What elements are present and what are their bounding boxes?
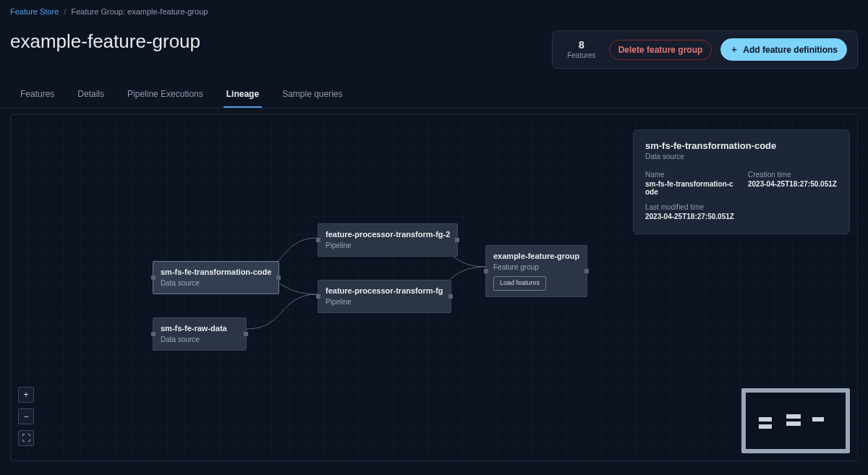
fit-button[interactable]: ⛶ <box>18 430 34 446</box>
add-feature-definitions-button[interactable]: ＋ Add feature definitions <box>720 38 847 61</box>
detail-name-value: sm-fs-fe-transformation-code <box>645 180 735 196</box>
detail-name-label: Name <box>645 171 735 179</box>
page-title: example-feature-group <box>10 30 200 53</box>
node-transformation-code[interactable]: sm-fs-fe-transformation-code Data source <box>153 261 279 294</box>
node-type: Data source <box>161 335 239 345</box>
zoom-out-button[interactable]: − <box>18 408 34 424</box>
breadcrumb-sep: / <box>64 7 66 16</box>
node-pipeline-fg[interactable]: feature-processor-transform-fg Pipeline <box>318 280 451 313</box>
tab-details[interactable]: Details <box>75 89 107 108</box>
node-pipeline-fg2[interactable]: feature-processor-transform-fg-2 Pipelin… <box>318 223 458 257</box>
delete-feature-group-label: Delete feature group <box>618 45 703 55</box>
node-type: Data source <box>161 279 271 288</box>
minimap-inner <box>746 393 846 449</box>
breadcrumb-current: Feature Group: example-feature-group <box>71 7 208 16</box>
add-feature-definitions-label: Add feature definitions <box>743 45 838 55</box>
detail-modified-value: 2023-04-25T18:27:50.051Z <box>645 213 735 221</box>
feature-count-label: Features <box>567 51 595 60</box>
minimap[interactable] <box>741 388 850 453</box>
tabs: Features Details Pipeline Executions Lin… <box>0 69 868 108</box>
delete-feature-group-button[interactable]: Delete feature group <box>609 40 712 60</box>
node-title: sm-fs-fe-raw-data <box>161 324 239 334</box>
detail-subtitle: Data source <box>645 153 838 161</box>
node-title: sm-fs-fe-transformation-code <box>161 268 271 278</box>
plus-icon: ＋ <box>730 43 739 56</box>
feature-count: 8 Features <box>563 39 600 60</box>
node-title: example-feature-group <box>493 252 579 262</box>
lineage-canvas[interactable]: sm-fs-fe-transformation-code Data source… <box>10 114 858 461</box>
detail-title: sm-fs-fe-transformation-code <box>645 140 838 151</box>
detail-creation-value: 2023-04-25T18:27:50.051Z <box>748 180 838 188</box>
node-title: feature-processor-transform-fg-2 <box>326 230 450 240</box>
breadcrumb: Feature Store / Feature Group: example-f… <box>0 0 868 16</box>
load-features-button[interactable]: Load features <box>493 276 546 290</box>
breadcrumb-root[interactable]: Feature Store <box>10 7 59 16</box>
node-title: feature-processor-transform-fg <box>326 286 443 296</box>
zoom-in-button[interactable]: + <box>18 387 34 403</box>
tab-sample-queries[interactable]: Sample queries <box>279 89 345 108</box>
canvas-controls: + − ⛶ <box>18 387 34 446</box>
feature-count-number: 8 <box>567 39 595 51</box>
detail-panel: sm-fs-fe-transformation-code Data source… <box>633 129 850 234</box>
tab-features[interactable]: Features <box>17 89 57 108</box>
header: example-feature-group 8 Features Delete … <box>0 16 868 69</box>
detail-creation-label: Creation time <box>748 171 838 179</box>
node-raw-data[interactable]: sm-fs-fe-raw-data Data source <box>153 317 247 351</box>
node-type: Feature group <box>493 263 579 273</box>
detail-modified-label: Last modified time <box>645 203 735 211</box>
tab-pipeline-executions[interactable]: Pipeline Executions <box>124 89 206 108</box>
tab-lineage[interactable]: Lineage <box>224 89 262 108</box>
node-type: Pipeline <box>326 241 450 251</box>
node-target-feature-group[interactable]: example-feature-group Feature group Load… <box>485 245 587 297</box>
header-actions: 8 Features Delete feature group ＋ Add fe… <box>552 30 858 69</box>
node-type: Pipeline <box>326 298 443 307</box>
